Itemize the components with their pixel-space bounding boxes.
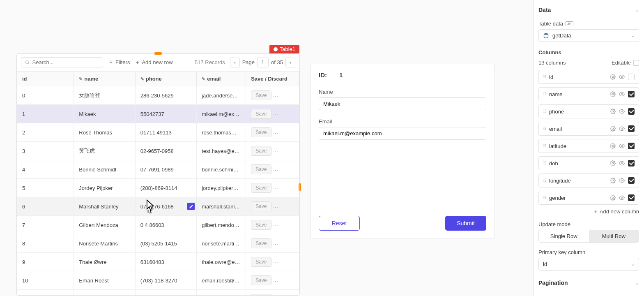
submit-button[interactable]: Submit: [445, 216, 486, 231]
cell-email[interactable]: analide.costa@ex: [197, 290, 246, 296]
cell-email[interactable]: gilbert.mendoza@: [197, 216, 246, 234]
email-input[interactable]: [319, 127, 486, 140]
table-row[interactable]: 10Erhan Roest(703)-118-3270erhan.roest@e…: [17, 271, 299, 290]
cell-id[interactable]: 9: [17, 253, 74, 271]
save-row-button[interactable]: Save: [251, 90, 271, 100]
column-config-item[interactable]: ⠿longitude: [538, 173, 639, 187]
search-input-wrapper[interactable]: [21, 57, 103, 67]
cell-phone[interactable]: (98) 3802-4862: [135, 290, 196, 296]
column-config-item[interactable]: ⠿latitude: [538, 139, 639, 153]
cell-email[interactable]: norisete.martins@: [197, 234, 246, 253]
column-config-item[interactable]: ⠿name: [538, 87, 639, 101]
save-row-button[interactable]: Save: [251, 201, 271, 211]
cell-phone[interactable]: (03) 5205-1415: [135, 234, 196, 253]
cell-phone[interactable]: 55042737: [135, 105, 196, 123]
gear-icon[interactable]: [610, 160, 616, 166]
cell-id[interactable]: 1: [17, 105, 74, 123]
cell-name[interactable]: Mikaek: [74, 105, 135, 123]
save-row-button[interactable]: Save: [251, 127, 271, 137]
gear-icon[interactable]: [610, 91, 616, 97]
eye-icon[interactable]: [619, 126, 625, 132]
cell-name[interactable]: 女版哈登: [74, 86, 135, 105]
column-editable-checkbox[interactable]: [628, 177, 635, 184]
drag-handle-icon[interactable]: ⠿: [543, 143, 546, 149]
drag-handle-icon[interactable]: ⠿: [543, 178, 546, 183]
gear-icon[interactable]: [610, 109, 616, 114]
cell-phone[interactable]: 63160483: [135, 253, 196, 271]
cell-email[interactable]: bonnie.schmidt@e: [197, 160, 246, 179]
cell-id[interactable]: 3: [17, 142, 74, 160]
cell-id[interactable]: 11: [17, 290, 74, 296]
save-row-button[interactable]: Save: [251, 164, 271, 174]
cell-email[interactable]: rose.thomas@exa: [197, 123, 246, 142]
cell-name[interactable]: Norisete Martins: [74, 234, 135, 253]
update-mode-multi[interactable]: Multi Row: [589, 230, 639, 242]
cell-name[interactable]: Thale Øwre: [74, 253, 135, 271]
add-column-button[interactable]: ＋ Add new column: [538, 208, 639, 215]
column-editable-checkbox[interactable]: [628, 108, 635, 115]
filters-button[interactable]: Filters: [108, 59, 130, 65]
save-row-button[interactable]: Save: [251, 257, 271, 267]
drag-handle-icon[interactable]: ⠿: [543, 92, 546, 97]
table-data-select[interactable]: getData ⌄: [538, 29, 639, 42]
table-row[interactable]: 6Marshall Stanley07-5176-6168marshall.st…: [17, 197, 299, 216]
header-email[interactable]: ✎email: [197, 72, 246, 86]
cell-email[interactable]: jade.andersen@ex: [197, 86, 246, 105]
column-config-item[interactable]: ⠿gender: [538, 191, 639, 205]
cell-name[interactable]: Jordey Pijpker: [74, 179, 135, 197]
save-row-button[interactable]: Save: [251, 220, 271, 230]
widget-name-badge[interactable]: Table1: [269, 45, 299, 53]
cell-email[interactable]: thale.owre@exam: [197, 253, 246, 271]
column-config-item[interactable]: ⠿email: [538, 122, 639, 136]
add-row-button[interactable]: ＋ Add new row: [135, 59, 172, 66]
drag-handle-icon[interactable]: ⠿: [543, 161, 546, 166]
cell-id[interactable]: 8: [17, 234, 74, 253]
reset-button[interactable]: Reset: [319, 216, 360, 231]
eye-icon[interactable]: [619, 109, 625, 114]
data-section-header[interactable]: Data ⌄: [538, 5, 639, 15]
primary-key-select[interactable]: id ⌄: [538, 258, 639, 271]
drag-handle-icon[interactable]: ⠿: [543, 195, 546, 201]
cell-id[interactable]: 4: [17, 160, 74, 179]
gear-icon[interactable]: [610, 143, 616, 149]
cell-phone[interactable]: (288)-869-8114: [135, 179, 196, 197]
cell-id[interactable]: 5: [17, 179, 74, 197]
cell-email[interactable]: test.hayes@exam: [197, 142, 246, 160]
cell-id[interactable]: 10: [17, 271, 74, 290]
editable-all-checkbox[interactable]: [633, 60, 639, 66]
drag-handle-icon[interactable]: ⠿: [543, 126, 546, 132]
name-input[interactable]: [319, 97, 486, 110]
save-row-button[interactable]: Save: [251, 146, 271, 156]
header-name[interactable]: ✎name: [74, 72, 135, 86]
cell-email[interactable]: marshall.stanley@: [197, 197, 246, 216]
column-config-item[interactable]: ⠿phone: [538, 104, 639, 118]
next-page-button[interactable]: ›: [285, 58, 295, 67]
save-row-button[interactable]: Save: [251, 294, 271, 295]
eye-icon[interactable]: [619, 143, 625, 149]
pagination-section-header[interactable]: Pagination ⌄: [538, 278, 639, 288]
save-row-button[interactable]: Save: [251, 275, 271, 285]
cell-phone[interactable]: 286-230-5629: [135, 86, 196, 105]
cell-name[interactable]: Analide Costa: [74, 290, 135, 296]
eye-icon[interactable]: [619, 178, 625, 183]
eye-icon[interactable]: [619, 91, 625, 97]
column-editable-checkbox[interactable]: [628, 91, 635, 97]
cell-id[interactable]: 0: [17, 86, 74, 105]
update-mode-single[interactable]: Single Row: [539, 230, 589, 242]
column-editable-checkbox[interactable]: [628, 125, 635, 132]
cell-email[interactable]: jordey.pijpker@ex: [197, 179, 246, 197]
save-row-button[interactable]: Save: [251, 183, 271, 193]
table-row[interactable]: 11Analide Costa(98) 3802-4862analide.cos…: [17, 290, 299, 296]
header-id[interactable]: id: [17, 72, 74, 86]
gear-icon[interactable]: [610, 178, 616, 183]
discard-row-button[interactable]: Discard: [273, 294, 298, 295]
save-row-button[interactable]: Save: [251, 238, 271, 248]
cell-id[interactable]: 2: [17, 123, 74, 142]
cell-email[interactable]: mikael.m@examp: [197, 105, 246, 123]
cell-phone[interactable]: 07-7691-0989: [135, 160, 196, 179]
table-row[interactable]: 8Norisete Martins(03) 5205-1415norisete.…: [17, 234, 299, 253]
table-row[interactable]: 4Bonnie Schmidt07-7691-0989bonnie.schmid…: [17, 160, 299, 179]
eye-icon[interactable]: [619, 74, 625, 80]
cell-phone[interactable]: 0 4 86603: [135, 216, 196, 234]
cell-phone[interactable]: 07-5176-6168: [135, 197, 196, 216]
